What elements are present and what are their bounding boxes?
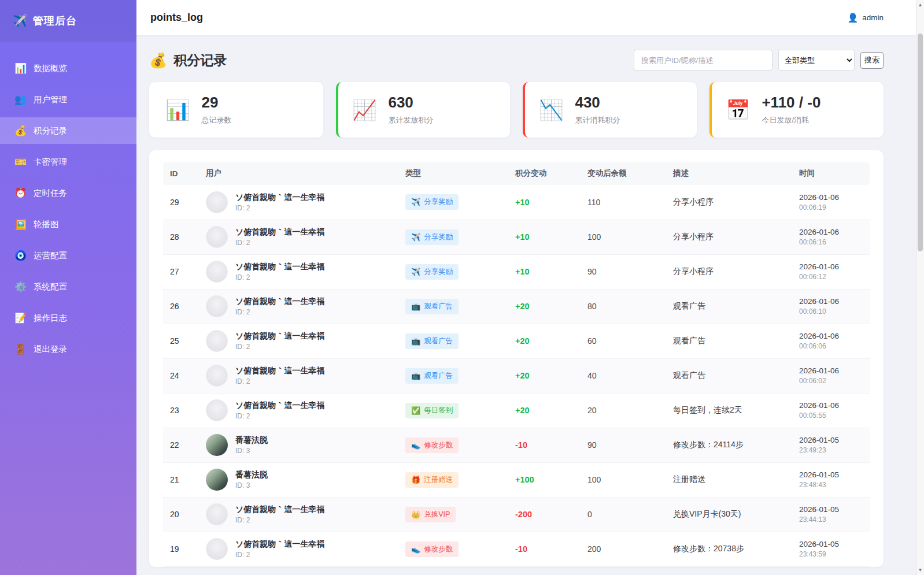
scrollbar-down-arrow[interactable]: ▼	[916, 566, 924, 574]
avatar	[206, 469, 228, 491]
type-badge: ✅ 每日签到	[405, 403, 459, 418]
topbar-user[interactable]: 👤 admin	[848, 13, 884, 23]
type-badge-label: 观看广告	[424, 302, 453, 311]
sidebar-item-data-overview[interactable]: 📊 数据概览	[0, 55, 136, 81]
sidebar-item-label: 轮播图	[34, 219, 59, 230]
cell-date: 2026-01-06	[799, 228, 863, 236]
user-nickname: ソ俯首親吻｀這一生幸福	[235, 192, 324, 203]
cell-balance-after: 80	[587, 302, 597, 311]
type-filter-select[interactable]: 全部类型	[778, 50, 855, 71]
page-route-title: points_log	[150, 12, 203, 24]
cell-balance-after: 100	[587, 475, 601, 484]
stat-card: 📅 +110 / -0 今日发放/消耗	[709, 82, 884, 138]
sidebar-item-system-config[interactable]: ⚙️ 系统配置	[0, 273, 136, 300]
avatar	[206, 365, 228, 387]
user-nickname: ソ俯首親吻｀這一生幸福	[235, 400, 324, 411]
window-scrollbar[interactable]: ▲ ▼	[916, 0, 924, 575]
sidebar-item-operation-logs[interactable]: 📝 操作日志	[0, 305, 136, 331]
cell-balance-after: 90	[587, 440, 597, 450]
cell-id: 27	[163, 254, 199, 289]
stat-label: 累计消耗积分	[575, 115, 620, 125]
cell-description: 分享小程序	[673, 232, 714, 241]
search-input[interactable]	[634, 50, 773, 71]
type-badge-icon: 🎁	[411, 476, 420, 484]
type-badge-label: 修改步数	[424, 544, 453, 554]
avatar	[206, 503, 228, 525]
data-overview-icon: 📊	[14, 62, 26, 75]
type-badge-label: 分享奖励	[424, 197, 453, 207]
cell-date: 2026-01-06	[799, 297, 863, 306]
type-badge-icon: 📺	[411, 372, 420, 380]
scrollbar-up-arrow[interactable]: ▲	[916, 1, 924, 9]
column-header: 时间	[792, 162, 870, 185]
table-row: 24 ソ俯首親吻｀這一生幸福 ID: 2 📺 观看广告 +20 40 观看广告 …	[163, 358, 870, 393]
sidebar-item-scheduled-tasks[interactable]: ⏰ 定时任务	[0, 180, 136, 206]
cell-points-change: +20	[515, 302, 530, 311]
main-area: points_log 👤 admin 💰 积分记录 全部类型 搜索 📊 29 总…	[136, 0, 924, 575]
type-badge-label: 观看广告	[424, 371, 453, 381]
cell-user: ソ俯首親吻｀這一生幸福 ID: 2	[206, 399, 391, 421]
table-row: 25 ソ俯首親吻｀這一生幸福 ID: 2 📺 观看广告 +20 60 观看广告 …	[163, 324, 870, 358]
type-badge-label: 观看广告	[424, 336, 453, 346]
type-badge: 📺 观看广告	[405, 368, 459, 384]
user-id: ID: 2	[235, 551, 324, 559]
cell-id: 24	[163, 358, 199, 393]
sidebar-item-user-management[interactable]: 👥 用户管理	[0, 86, 136, 113]
sidebar-item-points-log[interactable]: 💰 积分记录	[0, 117, 136, 144]
cell-user: ソ俯首親吻｀這一生幸福 ID: 2	[206, 330, 391, 352]
cell-time: 23:43:59	[799, 550, 863, 558]
cell-time: 00:06:10	[799, 307, 863, 316]
cell-time: 00:06:06	[799, 342, 863, 350]
table-row: 29 ソ俯首親吻｀這一生幸福 ID: 2 ✈️ 分享奖励 +10 110 分享小…	[163, 185, 870, 220]
stat-value: 630	[388, 94, 433, 111]
user-id: ID: 2	[235, 516, 324, 524]
type-badge-label: 注册赠送	[424, 475, 453, 485]
sidebar-item-operation-config[interactable]: 🧿 运营配置	[0, 242, 136, 269]
carousel-icon: 🖼️	[14, 218, 26, 231]
cell-description: 观看广告	[673, 336, 705, 345]
sidebar-item-logout[interactable]: 🚪 退出登录	[0, 336, 136, 362]
cell-description: 观看广告	[673, 370, 705, 380]
logout-icon: 🚪	[14, 343, 26, 355]
table-row: 20 ソ俯首親吻｀這一生幸福 ID: 2 👑 兑换VIP -200 0 兑换VI…	[163, 497, 870, 532]
cell-description: 注册赠送	[673, 474, 705, 484]
app-brand: ✈️ 管理后台	[0, 0, 136, 42]
user-nickname: 番薯法脱	[235, 435, 268, 446]
sidebar-item-card-key-management[interactable]: 🎫 卡密管理	[0, 149, 136, 175]
sidebar-item-label: 系统配置	[34, 281, 67, 292]
cell-user: ソ俯首親吻｀這一生幸福 ID: 2	[206, 503, 391, 525]
page-title-text: 积分记录	[173, 51, 227, 69]
stat-card: 📈 630 累计发放积分	[336, 82, 510, 138]
column-header: 描述	[666, 162, 792, 185]
card-key-management-icon: 🎫	[14, 156, 26, 168]
cell-time: 23:44:13	[799, 515, 863, 524]
user-nickname: ソ俯首親吻｀這一生幸福	[235, 227, 324, 238]
user-nickname: ソ俯首親吻｀這一生幸福	[235, 539, 324, 550]
search-button[interactable]: 搜索	[860, 52, 884, 69]
cell-user: ソ俯首親吻｀這一生幸福 ID: 2	[206, 365, 391, 387]
cell-points-change: +100	[515, 475, 534, 484]
cell-user: ソ俯首親吻｀這一生幸福 ID: 2	[206, 295, 391, 317]
cell-points-change: +10	[515, 198, 530, 207]
scrollbar-thumb[interactable]	[918, 34, 923, 251]
sidebar-item-label: 定时任务	[34, 188, 67, 199]
sidebar-item-label: 运营配置	[34, 250, 67, 261]
type-badge-label: 兑换VIP	[424, 510, 450, 520]
table-row: 28 ソ俯首親吻｀這一生幸福 ID: 2 ✈️ 分享奖励 +10 100 分享小…	[163, 220, 870, 254]
cell-description: 分享小程序	[673, 197, 714, 206]
user-id: ID: 2	[235, 412, 324, 420]
user-nickname: ソ俯首親吻｀這一生幸福	[235, 296, 324, 307]
filter-bar: 全部类型 搜索	[634, 50, 884, 71]
type-badge: 🎁 注册赠送	[405, 472, 459, 488]
user-id: ID: 2	[235, 343, 324, 351]
stat-value: +110 / -0	[762, 94, 820, 111]
type-badge-icon: 👑	[411, 510, 420, 519]
cell-balance-after: 200	[587, 544, 601, 554]
cell-description: 每日签到，连续2天	[673, 405, 742, 414]
user-id: ID: 3	[235, 447, 268, 455]
sidebar-item-carousel[interactable]: 🖼️ 轮播图	[0, 211, 136, 238]
user-id: ID: 2	[235, 377, 324, 385]
table-header-row: ID用户类型积分变动变动后余额描述时间	[163, 162, 870, 185]
user-id: ID: 2	[235, 239, 324, 247]
cell-balance-after: 40	[587, 371, 597, 380]
